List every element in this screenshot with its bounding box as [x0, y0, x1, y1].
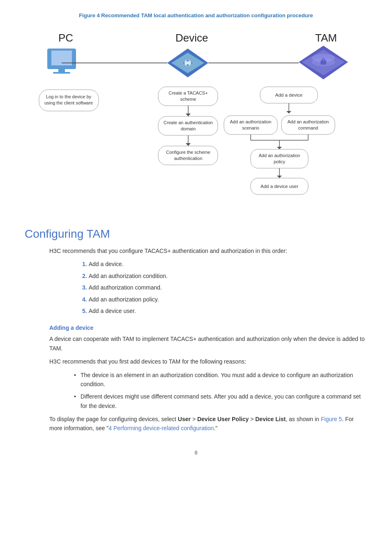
svg-text:Add a device user: Add a device user [261, 184, 298, 189]
arrow-device-head [286, 111, 291, 114]
box-auth-scenario [224, 116, 277, 134]
arrow-policy-head [277, 147, 282, 149]
box-tacacs [158, 87, 218, 106]
step-2: 2.Add an authorization condition. [82, 271, 367, 280]
svg-text:Add an authorization: Add an authorization [259, 153, 300, 158]
box-auth-command [281, 116, 335, 134]
bullet-2: Different devices might use different co… [74, 392, 367, 410]
adding-device-para3: To display the page for configuring devi… [49, 415, 367, 433]
figure5-link[interactable]: Figure 5 [321, 416, 342, 422]
bold-policy: Device User Policy [197, 416, 249, 422]
adding-device-para1: A device can cooperate with TAM to imple… [49, 334, 367, 353]
svg-text:authentication: authentication [174, 156, 203, 161]
col-pc-label: PC [58, 32, 73, 44]
tam-lock-body [321, 60, 326, 65]
arrow-tacacs-head [186, 114, 191, 116]
bold-list: Device List [255, 416, 286, 422]
col-tam-label: TAM [315, 32, 337, 44]
pc-icon-base [53, 72, 70, 74]
svg-text:policy: policy [274, 159, 286, 164]
step-1: 1.Add a device. [82, 260, 367, 269]
section-title: Configuring TAM [25, 227, 367, 241]
svg-text:Add an authorization: Add an authorization [288, 119, 329, 124]
adding-device-bullets: The device is an element in an authoriza… [74, 371, 367, 411]
svg-text:Configure the scheme: Configure the scheme [166, 150, 210, 155]
box-auth-domain [158, 116, 218, 135]
bullet-1: The device is an element in an authoriza… [74, 371, 367, 389]
step-3: 3.Add authorization command. [82, 283, 367, 292]
box-config-scheme [158, 146, 218, 165]
svg-text:using the client software: using the client software [44, 100, 93, 105]
adding-device-para2: H3C recommends that you first add device… [49, 357, 367, 366]
svg-text:Create a TACACS+: Create a TACACS+ [168, 90, 208, 95]
page-number: 8 [25, 450, 367, 456]
step-4: 4.Add an authorization policy. [82, 295, 367, 304]
diagram: PC Device TAM [36, 26, 356, 215]
intro-text: H3C recommends that you configure TACACS… [49, 246, 367, 255]
diagram-container: PC Device TAM [25, 26, 367, 215]
diagram-svg: PC Device TAM [36, 26, 356, 215]
arrow-policy-head2 [277, 176, 282, 178]
numbered-steps-list: 1.Add a device. 2.Add an authorization c… [74, 260, 367, 315]
col-device-label: Device [175, 32, 208, 44]
svg-text:Add an authorization: Add an authorization [230, 119, 272, 124]
bold-user: User [178, 416, 191, 422]
svg-text:domain: domain [181, 126, 196, 131]
figure-caption: Figure 4 Recommended TAM local authentic… [25, 12, 367, 19]
arrow-domain-head [186, 143, 191, 146]
svg-text:Add a device: Add a device [275, 93, 303, 97]
svg-text:scheme: scheme [180, 97, 196, 102]
svg-text:scenario: scenario [242, 125, 259, 130]
svg-text:Log in to the device by: Log in to the device by [46, 94, 92, 99]
svg-text:command: command [298, 125, 318, 130]
pc-icon-stand [58, 69, 65, 72]
svg-text:Create an authentication: Create an authentication [164, 120, 213, 125]
performing-device-link[interactable]: 4 Performing device-related configuratio… [108, 425, 214, 431]
step-5: 5.Add a device user. [82, 306, 367, 315]
adding-device-heading: Adding a device [49, 324, 367, 331]
box-auth-policy [251, 149, 308, 168]
